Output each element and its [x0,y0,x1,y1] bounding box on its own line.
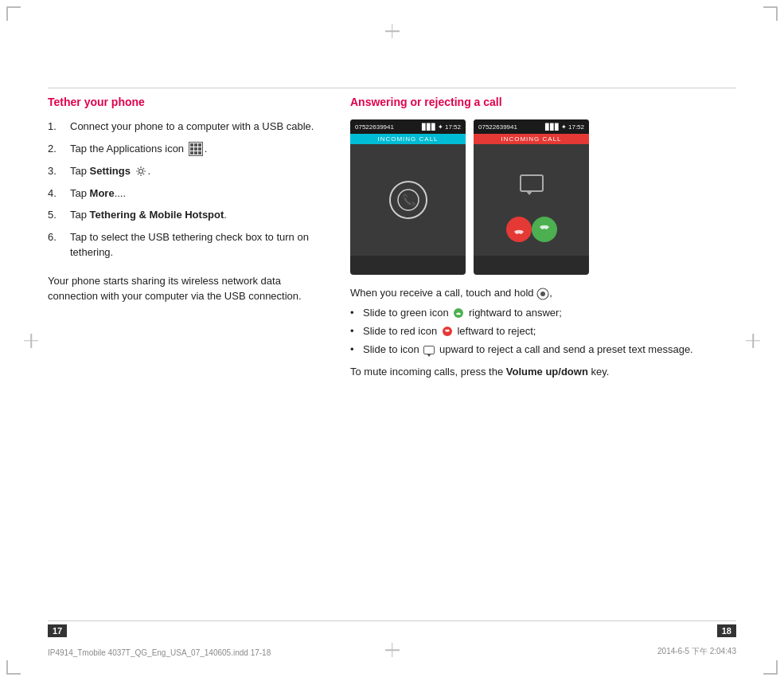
right-section-title: Answering or rejecting a call [350,96,736,108]
step-2-num: 2. [48,142,70,157]
crosshair-bottom [385,643,400,657]
corner-mark-bl [6,660,21,675]
mute-text: To mute incoming calls, press the Volume… [350,365,736,380]
step-6: 6. Tap to select the USB tethering check… [48,230,318,260]
left-section-title: Tether your phone [48,96,318,108]
step-1-num: 1. [48,119,70,135]
page-number-left: 17 [48,624,67,637]
settings-gear-icon [135,166,146,177]
bullet-1-text: Slide to green icon rightward to answer; [363,306,562,321]
applications-icon [189,142,203,156]
step-5-text: Tap Tethering & Mobile Hotspot. [70,208,227,223]
bullet-1: • Slide to green icon rightward to answe… [350,306,736,321]
bullet-dot-1: • [350,306,360,321]
step-3-text: Tap Settings . [70,164,150,179]
corner-mark-br [763,660,778,675]
svg-point-0 [138,170,142,174]
step-3: 3. Tap Settings . [48,164,318,179]
step-2: 2. Tap the Applications icon . [48,142,318,157]
step-3-num: 3. [48,164,70,179]
reject-call-icon [506,217,532,242]
green-phone-icon [453,307,464,319]
step-4-num: 4. [48,186,70,202]
svg-point-4 [540,292,545,296]
phone-screenshots: 07522639941 ▊▊▊ ✦ 17:52 INCOMING CALL 📞 [350,119,736,275]
answer-call-icon [532,217,557,242]
crosshair-right [746,334,760,348]
tether-note: Your phone starts sharing its wireless n… [48,273,318,304]
step-5: 5. Tap Tethering & Mobile Hotspot. [48,208,318,223]
bullet-2-text: Slide to red icon leftward to reject; [363,324,536,339]
corner-mark-tr [763,6,778,21]
svg-text:📞: 📞 [401,194,415,207]
status-icons-right: ▊▊▊ ✦ 17:52 [545,123,584,131]
top-rule [48,88,736,88]
content-area: Tether your phone 1. Connect your phone … [48,96,736,613]
bullet-dot-2: • [350,324,360,339]
incoming-call-bar-right: INCOMING CALL [474,134,589,144]
phone-body-right [474,144,589,256]
step-4: 4. Tap More.... [48,186,318,202]
message-icon [423,346,435,354]
bullet-dot-3: • [350,342,360,358]
step-5-num: 5. [48,208,70,223]
bullet-3-text: Slide to icon upward to reject a call an… [363,342,693,358]
phone-number-right: 07522639941 [478,123,517,131]
phone-status-bar-left: 07522639941 ▊▊▊ ✦ 17:52 [350,119,466,134]
crosshair-top [385,24,400,38]
status-icons-left: ▊▊▊ ✦ 17:52 [422,123,461,131]
right-column: Answering or rejecting a call 0752263994… [350,96,736,613]
call-circle-icon-left: 📞 [389,181,427,219]
step-6-num: 6. [48,230,70,260]
phone-status-bar-right: 07522639941 ▊▊▊ ✦ 17:52 [474,119,589,134]
corner-mark-tl [6,6,21,21]
receive-call-text: When you receive a call, touch and hold … [350,286,736,301]
bullet-2: • Slide to red icon leftward to reject; [350,324,736,339]
step-4-text: Tap More.... [70,186,126,202]
phone-screen-left: 07522639941 ▊▊▊ ✦ 17:52 INCOMING CALL 📞 [350,119,466,275]
bottom-rule [48,620,736,621]
call-action-bullets: • Slide to green icon rightward to answe… [350,306,736,358]
step-list: 1. Connect your phone to a computer with… [48,119,318,260]
footer-date: 2014-6-5 下午 2:04:43 [657,646,736,657]
hold-icon [536,288,549,300]
red-phone-icon [442,326,453,337]
step-1-text: Connect your phone to a computer with a … [70,119,314,135]
volume-key-label: Volume up/down [506,366,588,378]
step-2-text: Tap the Applications icon . [70,142,207,157]
left-column: Tether your phone 1. Connect your phone … [48,96,318,613]
step-6-text: Tap to select the USB tethering check bo… [70,230,318,260]
crosshair-left [24,334,38,348]
page-number-right: 18 [717,624,736,637]
bullet-3: • Slide to icon upward to reject a call … [350,342,736,358]
incoming-call-bar-left: INCOMING CALL [350,134,466,144]
phone-number-left: 07522639941 [355,123,394,131]
step-1: 1. Connect your phone to a computer with… [48,119,318,135]
footer-file-name: IP4914_Tmobile 4037T_QG_Eng_USA_07_14060… [48,648,271,657]
phone-body-left: 📞 [350,144,466,256]
phone-screen-right: 07522639941 ▊▊▊ ✦ 17:52 INCOMING CALL [474,119,589,275]
